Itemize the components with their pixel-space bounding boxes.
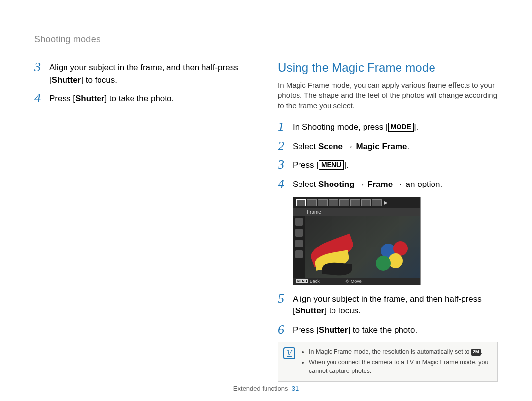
- step: 4Select Shooting → Frame → an option.: [278, 178, 498, 191]
- frame-thumb: [318, 199, 328, 206]
- button-label-box: MODE: [388, 123, 414, 132]
- right-column: Using the Magic Frame mode In Magic Fram…: [278, 61, 498, 382]
- bold-text: Shutter: [295, 306, 325, 315]
- intro-text: In Magic Frame mode, you can apply vario…: [278, 80, 498, 111]
- back-label: Back: [310, 279, 320, 284]
- frame-thumb: [307, 199, 317, 206]
- bold-text: Shutter: [52, 75, 81, 85]
- screenshot-art: [305, 216, 420, 278]
- step: 3Press [MENU].: [278, 158, 498, 172]
- frame-thumb: [296, 199, 306, 206]
- menu-tag: MENU: [296, 279, 308, 283]
- step: 5Align your subject in the frame, and th…: [278, 292, 498, 317]
- note-icon: V: [283, 347, 295, 359]
- step-number: 2: [278, 140, 288, 153]
- step-number: 6: [278, 323, 288, 336]
- step-text: In Shooting mode, press [MODE].: [293, 121, 418, 134]
- resolution-chip: 2M: [471, 349, 481, 355]
- sidebar-icon: [295, 250, 303, 258]
- step-text: Press [Shutter] to take the photo.: [293, 323, 417, 337]
- footer-label: Extended functions: [233, 385, 288, 392]
- note-item: When you connect the camera to a TV in M…: [309, 358, 491, 375]
- note-item: In Magic Frame mode, the resolution is a…: [309, 347, 491, 356]
- step-text: Press [Shutter] to take the photo.: [49, 92, 174, 105]
- screenshot-sidebar: [293, 216, 305, 278]
- step: 3Align your subject in the frame, and th…: [34, 61, 254, 86]
- step: 4Press [Shutter] to take the photo.: [34, 92, 254, 105]
- note-list: In Magic Frame mode, the resolution is a…: [301, 347, 491, 376]
- sidebar-icon: [295, 229, 303, 237]
- button-label-box: MENU: [319, 160, 344, 170]
- step: 6Press [Shutter] to take the photo.: [278, 323, 498, 337]
- bold-text: Shutter: [319, 325, 348, 335]
- frame-thumb: [372, 199, 382, 206]
- step-text: Select Scene → Magic Frame.: [293, 140, 409, 153]
- frame-thumb: [339, 199, 349, 206]
- step-number: 3: [278, 158, 288, 171]
- step-number: 3: [34, 61, 44, 74]
- camera-screenshot: ▶ Frame: [293, 197, 421, 285]
- sidebar-icon: [295, 240, 303, 247]
- bold-text: Shutter: [75, 94, 105, 103]
- note-box: V In Magic Frame mode, the resolution is…: [278, 342, 498, 381]
- bold-text: Frame: [367, 180, 393, 189]
- move-label: Move: [351, 279, 362, 284]
- left-column: 3Align your subject in the frame, and th…: [34, 61, 254, 382]
- heading-magic-frame: Using the Magic Frame mode: [278, 61, 498, 75]
- chevron-right-icon: ▶: [384, 200, 388, 205]
- footer-page-number: 31: [292, 385, 299, 392]
- step-number: 4: [34, 92, 44, 105]
- step-text: Align your subject in the frame, and the…: [49, 61, 254, 86]
- sidebar-icon: [295, 218, 303, 226]
- screenshot-thumb-row: ▶: [293, 197, 420, 208]
- bold-text: Magic Frame: [356, 142, 407, 151]
- two-column-layout: 3Align your subject in the frame, and th…: [34, 61, 498, 382]
- frame-thumb: [350, 199, 360, 206]
- step-text: Select Shooting → Frame → an option.: [293, 178, 442, 191]
- frame-thumb: [329, 199, 338, 206]
- step-number: 1: [278, 121, 288, 133]
- step-number: 5: [278, 292, 288, 305]
- page-footer: Extended functions 31: [0, 385, 532, 392]
- step: 1In Shooting mode, press [MODE].: [278, 121, 498, 134]
- step: 2Select Scene → Magic Frame.: [278, 140, 498, 153]
- screenshot-frame-label: Frame: [293, 208, 420, 216]
- screenshot-bottom-bar: MENU Back ✥ Move: [293, 278, 420, 285]
- move-icon: ✥: [345, 279, 349, 284]
- bold-text: Shooting: [318, 180, 355, 189]
- frame-thumb: [361, 199, 371, 206]
- step-number: 4: [278, 178, 288, 190]
- step-text: Align your subject in the frame, and the…: [293, 292, 498, 317]
- section-label: Shooting modes: [34, 34, 498, 47]
- screenshot-body: [293, 216, 420, 278]
- bold-text: Scene: [318, 142, 343, 151]
- step-text: Press [MENU].: [293, 158, 349, 172]
